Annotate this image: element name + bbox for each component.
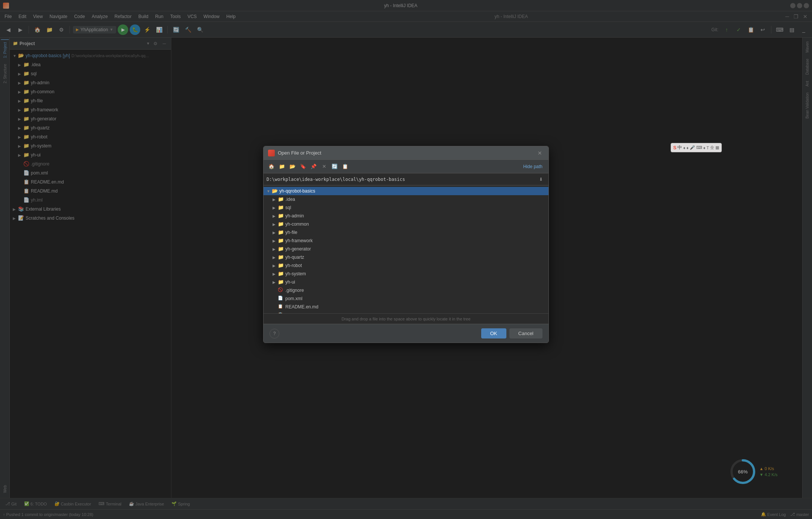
dlg-arrow-idea: ▶ — [273, 197, 278, 202]
dlg-arrow-yh-robot: ▶ — [273, 264, 278, 268]
dlg-copy-btn[interactable]: 📋 — [340, 162, 350, 171]
dlg-yh-quartz-icon: 📁 — [278, 254, 284, 260]
dlg-arrow-sql: ▶ — [273, 206, 278, 210]
dlg-arrow-yh-framework: ▶ — [273, 239, 278, 243]
dlg-bookmark-btn[interactable]: 🔖 — [298, 162, 308, 171]
dlg-tree-sql[interactable]: ▶ 📁 sql — [264, 203, 548, 212]
dlg-pom-label: pom.xml — [285, 296, 302, 301]
dlg-tree-idea[interactable]: ▶ 📁 .idea — [264, 195, 548, 203]
dialog-titlebar: Open File or Project ✕ — [264, 146, 548, 160]
dlg-yh-system-icon: 📁 — [278, 271, 284, 277]
ime-sym2[interactable]: ♦ — [686, 146, 689, 150]
dlg-tree-yh-file[interactable]: ▶ 📁 yh-file — [264, 228, 548, 237]
dlg-arrow-yh-system: ▶ — [273, 272, 278, 276]
dlg-tree-yh-quartz[interactable]: ▶ 📁 yh-quartz — [264, 253, 548, 261]
dlg-yh-generator-label: yh-generator — [285, 246, 311, 252]
dialog-hint: Drag and drop a file into the space abov… — [264, 313, 548, 324]
dlg-idea-label: .idea — [285, 197, 295, 202]
dlg-yh-ui-icon: 📁 — [278, 279, 284, 285]
dlg-up-btn[interactable]: 📁 — [277, 162, 287, 171]
dlg-yh-admin-icon: 📁 — [278, 213, 284, 219]
dialog-overlay: Open File or Project ✕ 🏠 📁 📂 🔖 📌 ✕ 🔄 📋 H… — [0, 0, 812, 519]
dialog-ok-button[interactable]: OK — [481, 328, 506, 338]
dialog-path-bar: ⬇ — [264, 173, 548, 185]
dlg-yh-system-label: yh-system — [285, 271, 306, 276]
dialog-file-tree: ▼ 📂 yh-qqrobot-basics ▶ 📁 .idea ▶ 📁 sql … — [264, 185, 548, 313]
dlg-yh-robot-label: yh-robot — [285, 263, 302, 268]
dlg-arrow-yh-generator: ▶ — [273, 247, 278, 251]
dlg-root-label: yh-qqrobot-basics — [279, 188, 315, 194]
dlg-yh-file-icon: 📁 — [278, 229, 284, 235]
dlg-arrow-yh-admin: ▶ — [273, 214, 278, 218]
ime-sym1[interactable]: ♦ — [683, 146, 685, 150]
dialog-app-icon — [268, 150, 275, 156]
dlg-yh-admin-label: yh-admin — [285, 213, 304, 219]
dialog-help-button[interactable]: ? — [270, 329, 279, 338]
dlg-arrow-yh-file: ▶ — [273, 231, 278, 235]
dlg-arrow-yh-ui: ▶ — [273, 280, 278, 284]
ime-t[interactable]: T — [706, 146, 709, 150]
dlg-tree-yh-system[interactable]: ▶ 📁 yh-system — [264, 270, 548, 278]
dlg-yh-quartz-label: yh-quartz — [285, 255, 304, 260]
dlg-tree-yh-ui[interactable]: ▶ 📁 yh-ui — [264, 278, 548, 286]
ime-keyboard[interactable]: ⌨ — [696, 145, 702, 150]
dlg-home-btn[interactable]: 🏠 — [267, 162, 276, 171]
dlg-yh-framework-icon: 📁 — [278, 238, 284, 244]
dialog-toolbar: 🏠 📁 📂 🔖 📌 ✕ 🔄 📋 Hide path — [264, 160, 548, 173]
dlg-yh-file-label: yh-file — [285, 230, 297, 235]
dlg-sql-label: sql — [285, 205, 291, 210]
open-file-dialog: Open File or Project ✕ 🏠 📁 📂 🔖 📌 ✕ 🔄 📋 H… — [263, 146, 549, 343]
dlg-arrow-yh-quartz: ▶ — [273, 255, 278, 260]
dlg-tree-yh-generator[interactable]: ▶ 📁 yh-generator — [264, 245, 548, 253]
dlg-arrow-yh-common: ▶ — [273, 222, 278, 226]
dlg-refresh-btn[interactable]: 🔄 — [330, 162, 339, 171]
dlg-tree-yh-admin[interactable]: ▶ 📁 yh-admin — [264, 212, 548, 220]
dlg-yh-common-label: yh-common — [285, 222, 309, 227]
dlg-tree-yh-common[interactable]: ▶ 📁 yh-common — [264, 220, 548, 228]
dlg-pom-icon: 📄 — [278, 296, 284, 302]
dlg-gitignore-icon: 🚫 — [278, 287, 284, 293]
dlg-yh-robot-icon: 📁 — [278, 263, 284, 269]
dlg-gitignore-label: .gitignore — [285, 288, 304, 293]
dlg-tree-readme-en[interactable]: 📋 README.en.md — [264, 303, 548, 311]
ime-sym3[interactable]: ♦ — [703, 146, 706, 150]
ime-grid[interactable]: ▦ — [715, 145, 719, 150]
dialog-buttons: ? OK Cancel — [264, 324, 548, 343]
ime-mic[interactable]: 🎤 — [690, 145, 695, 150]
dlg-yh-ui-label: yh-ui — [285, 279, 295, 285]
dlg-tree-pom[interactable]: 📄 pom.xml — [264, 294, 548, 303]
dlg-sql-icon: 📁 — [278, 205, 284, 211]
dialog-close-button[interactable]: ✕ — [536, 149, 544, 157]
dlg-hide-path-btn[interactable]: Hide path — [520, 164, 545, 169]
dlg-arrow-root: ▼ — [267, 189, 272, 193]
dlg-readme-en-label: README.en.md — [285, 304, 318, 310]
dlg-pin-btn[interactable]: 📌 — [309, 162, 318, 171]
dlg-close-path-btn[interactable]: ✕ — [319, 162, 329, 171]
dlg-new-folder-btn[interactable]: 📂 — [288, 162, 297, 171]
dlg-yh-generator-icon: 📁 — [278, 246, 284, 252]
dlg-readme-en-icon: 📋 — [278, 304, 284, 310]
dlg-root-folder-icon: 📂 — [272, 188, 278, 194]
ime-zh[interactable]: 中 — [677, 144, 682, 151]
dlg-tree-gitignore[interactable]: 🚫 .gitignore — [264, 286, 548, 294]
ime-logo: S — [673, 145, 677, 150]
path-browse-btn[interactable]: ⬇ — [536, 175, 545, 184]
dlg-yh-framework-label: yh-framework — [285, 238, 313, 243]
dlg-tree-yh-framework[interactable]: ▶ 📁 yh-framework — [264, 237, 548, 245]
dialog-path-input[interactable] — [267, 177, 536, 182]
ime-full[interactable]: 全 — [710, 145, 714, 150]
dlg-tree-yh-robot[interactable]: ▶ 📁 yh-robot — [264, 261, 548, 270]
dialog-hint-text: Drag and drop a file into the space abov… — [341, 317, 470, 321]
dlg-yh-common-icon: 📁 — [278, 221, 284, 227]
dlg-tree-root[interactable]: ▼ 📂 yh-qqrobot-basics — [264, 187, 548, 195]
dialog-title: Open File or Project — [278, 150, 536, 156]
ime-bar: S 中 ♦ ♦ 🎤 ⌨ ♦ T 全 ▦ — [671, 143, 722, 152]
dlg-idea-icon: 📁 — [278, 196, 284, 202]
dialog-cancel-button[interactable]: Cancel — [509, 328, 542, 338]
